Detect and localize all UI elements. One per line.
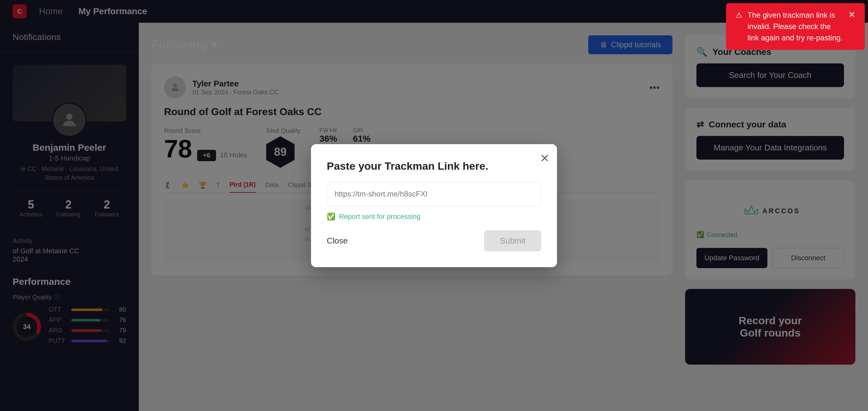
toast-close-button[interactable]: ✕	[848, 9, 856, 20]
modal-close-button[interactable]: Close	[327, 236, 348, 246]
modal-title: Paste your Trackman Link here.	[327, 160, 541, 172]
modal-overlay: Paste your Trackman Link here. ✕ ✅ Repor…	[0, 0, 868, 411]
trackman-modal: Paste your Trackman Link here. ✕ ✅ Repor…	[311, 144, 557, 267]
modal-success-message: ✅ Report sent for processing	[327, 213, 541, 221]
modal-actions: Close Submit	[327, 230, 541, 251]
success-check-icon: ✅	[327, 213, 335, 221]
trackman-link-input[interactable]	[327, 182, 541, 206]
modal-close-x-button[interactable]: ✕	[540, 152, 550, 165]
modal-submit-button[interactable]: Submit	[484, 230, 541, 251]
error-toast: ⚠ The given trackman link is invalid. Pl…	[726, 3, 865, 50]
toast-message: The given trackman link is invalid. Plea…	[747, 9, 843, 43]
warning-icon: ⚠	[736, 9, 742, 21]
